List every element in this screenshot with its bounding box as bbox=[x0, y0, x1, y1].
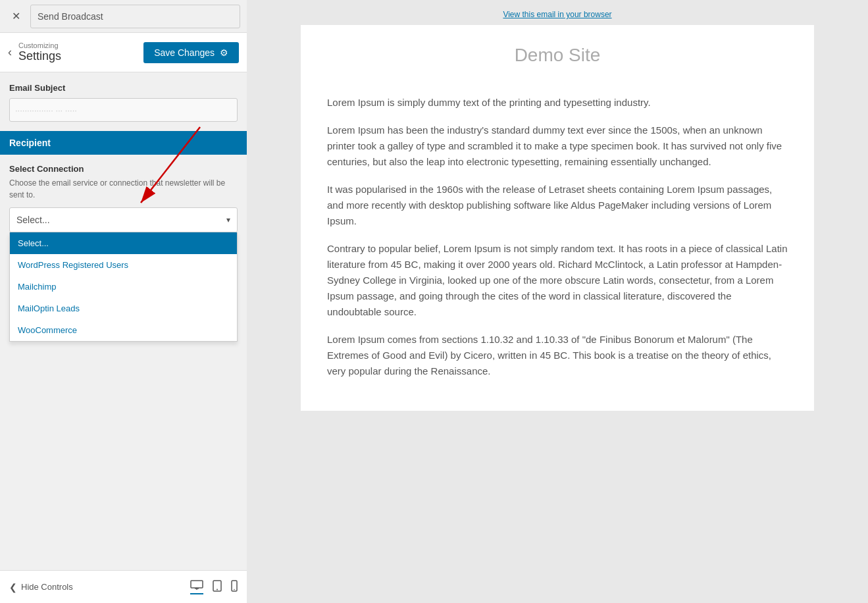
bottom-bar: ❮ Hide Controls bbox=[0, 570, 247, 603]
customizing-label: Customizing bbox=[18, 41, 143, 49]
select-connection-display[interactable]: Select... ▾ bbox=[9, 207, 238, 232]
hide-controls-label: Hide Controls bbox=[21, 582, 73, 592]
desktop-view-button[interactable] bbox=[190, 580, 203, 594]
select-connection-label: Select Connection bbox=[9, 164, 238, 174]
customizing-bar: ‹ Customizing Settings Save Changes ⚙ bbox=[0, 33, 247, 72]
gear-icon: ⚙ bbox=[220, 47, 228, 58]
preview-content: Demo Site Lorem Ipsum is simply dummy te… bbox=[301, 25, 814, 411]
chevron-down-icon: ▾ bbox=[226, 215, 230, 224]
select-connection-desc: Choose the email service or connection t… bbox=[9, 177, 238, 201]
save-changes-label: Save Changes bbox=[154, 47, 215, 58]
email-subject-label: Email Subject bbox=[9, 83, 238, 93]
back-button[interactable]: ‹ bbox=[8, 45, 12, 59]
customizing-text: Customizing Settings bbox=[18, 41, 143, 63]
hide-controls-button[interactable]: ❮ Hide Controls bbox=[9, 582, 190, 592]
dropdown-item-mailchimp[interactable]: Mailchimp bbox=[10, 276, 237, 298]
left-panel: ✕ Send Broadcast ‹ Customizing Settings … bbox=[0, 0, 247, 603]
svg-point-8 bbox=[217, 589, 218, 590]
save-changes-button[interactable]: Save Changes ⚙ bbox=[143, 42, 239, 63]
panel-content: Email Subject Recipient Select Connectio… bbox=[0, 72, 247, 570]
preview-paragraph-2: Lorem Ipsum has been the industry's stan… bbox=[327, 122, 788, 170]
top-bar: ✕ Send Broadcast bbox=[0, 0, 247, 33]
select-display-text: Select... bbox=[16, 215, 50, 225]
connection-dropdown: Select... WordPress Registered Users Mai… bbox=[9, 232, 238, 342]
select-connection-wrapper: Select... ▾ Select... WordPress Register… bbox=[9, 207, 238, 232]
preview-paragraph-5: Lorem Ipsum comes from sections 1.10.32 … bbox=[327, 332, 788, 379]
preview-header: View this email in your browser bbox=[247, 0, 868, 25]
mobile-view-button[interactable] bbox=[231, 580, 238, 594]
preview-paragraph-4: Contrary to popular belief, Lorem Ipsum … bbox=[327, 241, 788, 320]
preview-paragraph-3: It was popularised in the 1960s with the… bbox=[327, 182, 788, 229]
tablet-view-button[interactable] bbox=[213, 580, 222, 594]
svg-rect-4 bbox=[191, 581, 203, 588]
preview-paragraph-1: Lorem Ipsum is simply dummy text of the … bbox=[327, 95, 788, 111]
view-in-browser-link[interactable]: View this email in your browser bbox=[503, 10, 611, 19]
view-icons bbox=[190, 580, 238, 594]
tablet-icon bbox=[213, 580, 222, 592]
email-subject-input[interactable] bbox=[9, 98, 238, 122]
preview-site-name: Demo Site bbox=[327, 45, 788, 79]
settings-title: Settings bbox=[18, 49, 61, 63]
right-panel: View this email in your browser Demo Sit… bbox=[247, 0, 868, 603]
dropdown-item-woocommerce[interactable]: WooCommerce bbox=[10, 319, 237, 341]
close-button[interactable]: ✕ bbox=[7, 7, 25, 26]
dropdown-item-mailoptin[interactable]: MailOptin Leads bbox=[10, 298, 237, 319]
dropdown-item-wordpress[interactable]: WordPress Registered Users bbox=[10, 254, 237, 276]
arrow-left-icon: ❮ bbox=[9, 582, 17, 592]
mobile-icon bbox=[231, 580, 238, 592]
svg-point-10 bbox=[234, 589, 235, 590]
recipient-header: Recipient bbox=[0, 131, 247, 155]
dropdown-item-select[interactable]: Select... bbox=[10, 232, 237, 254]
desktop-icon bbox=[190, 580, 203, 590]
send-broadcast-button[interactable]: Send Broadcast bbox=[30, 5, 240, 28]
